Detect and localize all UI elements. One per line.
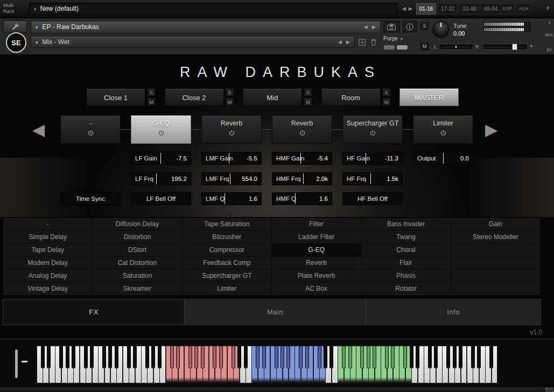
piano-key-black-49[interactable]: [342, 346, 346, 368]
param-hmf-q[interactable]: HMF Q1.6: [272, 192, 332, 205]
channel-room[interactable]: Room: [321, 88, 381, 106]
purge-dropdown[interactable]: Purge▾: [383, 34, 417, 43]
pv-label[interactable]: pv: [546, 47, 552, 52]
power-icon[interactable]: [413, 129, 473, 139]
tab-fx[interactable]: FX: [3, 299, 185, 325]
delete-button[interactable]: [369, 38, 378, 46]
aux-button[interactable]: AUX: [516, 3, 531, 15]
instrument-next-icon[interactable]: ▶: [369, 24, 376, 30]
mute-button-mid[interactable]: M: [304, 98, 312, 106]
pan-slider[interactable]: [440, 45, 472, 49]
fx-option-twang[interactable]: Twang: [361, 231, 451, 244]
piano-key-black-38[interactable]: [275, 346, 278, 368]
fx-option-modern-delay[interactable]: Modern Delay: [3, 257, 93, 270]
fx-option-supercharger-gt[interactable]: Supercharger GT: [183, 270, 272, 283]
fx-slot-2-g-eq[interactable]: G-EQ: [131, 115, 191, 144]
fx-option-bitcrusher[interactable]: Bitcrusher: [183, 231, 272, 244]
piano-key-black-46[interactable]: [324, 346, 327, 368]
preset-dropdown[interactable]: ▾New (default): [29, 3, 397, 15]
piano-key-black-71[interactable]: [477, 346, 481, 368]
plus-icon[interactable]: +: [530, 43, 533, 49]
piano-key-black-56[interactable]: [385, 346, 389, 368]
piano-key-black-70[interactable]: [471, 346, 475, 368]
fx-toggle-hf-bell-off[interactable]: HF Bell Off: [342, 192, 403, 205]
piano-key-black-32[interactable]: [237, 346, 241, 368]
page-prev-icon[interactable]: ◀: [402, 6, 406, 11]
piano-key-black-47[interactable]: [329, 346, 333, 368]
collapse-arrow-icon[interactable]: ▾: [31, 25, 43, 30]
volume-handle[interactable]: [512, 44, 517, 50]
solo-button-room[interactable]: S: [382, 88, 391, 96]
param-lf-frq[interactable]: LF Frq195.2: [131, 172, 191, 185]
output-prev-icon[interactable]: ◀: [335, 39, 342, 45]
instrument-title-bar[interactable]: ▾EP - Raw Darbukas ◀ ▶: [31, 21, 381, 33]
piano-key-black-10[interactable]: [102, 346, 106, 368]
param-lmf-q[interactable]: LMF Q1.6: [201, 192, 262, 205]
fx-option-cat-distortion[interactable]: Cat Distortion: [93, 257, 182, 270]
fx-option-skreamer[interactable]: Skreamer: [93, 283, 182, 296]
piano-key-black-0[interactable]: [41, 346, 45, 368]
param-value[interactable]: -5.4: [317, 152, 328, 164]
tab-info[interactable]: Info: [366, 299, 541, 325]
piano-key-black-33[interactable]: [244, 346, 248, 368]
tune-value[interactable]: 0.00: [453, 30, 465, 37]
piano-key-black-21[interactable]: [170, 346, 174, 368]
piano-key-black-25[interactable]: [194, 346, 198, 368]
power-icon[interactable]: [202, 129, 261, 139]
fx-option-bass-invader[interactable]: Bass Invader: [361, 218, 451, 231]
piano-key-black-68[interactable]: [459, 346, 462, 368]
fx-option-g-eq[interactable]: G-EQ: [272, 244, 361, 257]
fx-toggle-lf-bell-off[interactable]: LF Bell Off: [131, 192, 191, 205]
page-button-17-32[interactable]: 17-32: [438, 3, 458, 15]
param-hf-frq[interactable]: HF Frq1.5k: [342, 172, 403, 185]
fx-option-tape-saturation[interactable]: Tape Saturation: [183, 218, 272, 231]
piano-key-black-14[interactable]: [127, 346, 131, 368]
fx-slot-1-empty[interactable]: -: [60, 115, 121, 144]
rack-mute-button[interactable]: M: [420, 43, 429, 50]
mute-button-close-2[interactable]: M: [226, 98, 234, 106]
piano-key-black-36[interactable]: [262, 346, 266, 368]
fx-option-filter[interactable]: Filter: [272, 218, 361, 231]
keyboard-scroll-handle[interactable]: [22, 361, 27, 362]
pan-handle[interactable]: [455, 46, 457, 48]
piano-key-black-17[interactable]: [145, 346, 149, 368]
piano-key-black-54[interactable]: [373, 346, 376, 368]
piano-key-black-42[interactable]: [299, 346, 303, 368]
fx-slot-5-supercharger-gt[interactable]: Supercharger GT: [342, 115, 403, 144]
fx-option-rotator[interactable]: Rotator: [361, 283, 451, 296]
piano-key-black-19[interactable]: [158, 346, 162, 368]
output-title-bar[interactable]: ▾Mix - Wet ◀ ▶: [31, 36, 355, 48]
mute-button-room[interactable]: M: [382, 98, 391, 106]
instrument-prev-icon[interactable]: ◀: [361, 24, 368, 30]
piano-key-black-3[interactable]: [59, 346, 63, 368]
fx-slot-3-reverb[interactable]: Reverb: [201, 115, 262, 144]
param-value[interactable]: 195.2: [171, 173, 187, 185]
param-hmf-gain[interactable]: HMF Gain-5.4: [272, 152, 332, 165]
close-icon[interactable]: ×: [546, 4, 550, 12]
piano-key-black-45[interactable]: [318, 346, 321, 368]
param-lmf-frq[interactable]: LMF Frq554.0: [201, 172, 262, 185]
fx-option-saturation[interactable]: Saturation: [93, 270, 182, 283]
fx-option-stereo-modeller[interactable]: Stereo Modeller: [451, 231, 541, 244]
param-value[interactable]: -5.5: [247, 152, 257, 164]
tune-knob[interactable]: [433, 21, 449, 37]
piano-key-black-26[interactable]: [201, 346, 205, 368]
fx-option-tape-delay[interactable]: Tape Delay: [3, 244, 93, 257]
fx-option-analog-delay[interactable]: Analog Delay: [3, 270, 93, 283]
info-button[interactable]: [403, 21, 417, 32]
output-next-icon[interactable]: ▶: [343, 39, 350, 45]
piano-key-black-35[interactable]: [256, 346, 260, 368]
fx-option-dstort[interactable]: DStort: [93, 244, 182, 257]
param-value[interactable]: 1.6: [249, 193, 257, 205]
piano-key-black-53[interactable]: [367, 346, 370, 368]
piano-key-black-61[interactable]: [416, 346, 419, 368]
volume-slider[interactable]: [483, 45, 527, 49]
piano-key-black-66[interactable]: [446, 346, 450, 368]
piano-key-black-67[interactable]: [453, 346, 457, 368]
wrench-button[interactable]: [3, 20, 27, 33]
piano-key-black-60[interactable]: [410, 346, 413, 368]
fx-option-ladder-filter[interactable]: Ladder Filter: [272, 231, 361, 244]
rack-solo-button[interactable]: S: [420, 22, 429, 30]
solo-button-close-2[interactable]: S: [226, 88, 234, 96]
param-value[interactable]: 1.5k: [387, 173, 398, 185]
